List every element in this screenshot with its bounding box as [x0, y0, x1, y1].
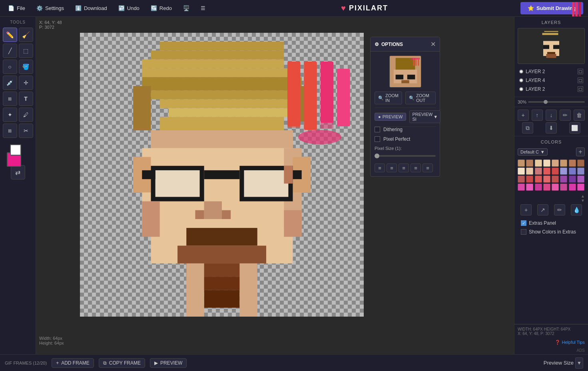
color-swatch-23[interactable] — [577, 176, 584, 183]
layer-visibility-dot-2[interactable] — [519, 87, 523, 91]
color-swatch-13[interactable] — [560, 168, 567, 175]
align-center-button[interactable]: ≡ — [387, 164, 397, 172]
preview-bottom-button[interactable]: ▶ PREVIEW — [150, 358, 187, 368]
canvas-wrapper[interactable] — [80, 33, 514, 354]
color-swatch-0[interactable] — [518, 160, 525, 167]
dither-tool[interactable]: ✦ — [3, 108, 17, 122]
selection-tool[interactable]: ⊞ — [3, 92, 17, 106]
layer-item-2[interactable]: LAYER 2 □ — [518, 85, 585, 94]
pixel-canvas[interactable] — [80, 33, 364, 317]
color-swatch-15[interactable] — [577, 168, 584, 175]
delete-layer-button[interactable]: 🗑 — [574, 110, 585, 121]
preview-size-button[interactable]: PREVIEW SI ▼ — [409, 110, 441, 123]
circle-tool[interactable]: ○ — [3, 60, 17, 74]
display-button[interactable]: 🖥️ — [178, 3, 194, 14]
color-swatch-21[interactable] — [560, 176, 567, 183]
color-swatch-1[interactable] — [526, 160, 533, 167]
crop-tool[interactable]: ✂ — [19, 124, 33, 138]
color-swatch-10[interactable] — [535, 168, 542, 175]
zoom-out-button[interactable]: 🔍 ZOOM OUT — [405, 92, 436, 104]
copy-frame-button[interactable]: ⧉ COPY FRAME — [99, 358, 145, 368]
zoom-in-button[interactable]: 🔍 ZOOM IN — [375, 92, 402, 104]
color-swatch-5[interactable] — [560, 160, 567, 167]
color-swatch-17[interactable] — [526, 176, 533, 183]
layer-visibility-dot-0[interactable] — [519, 70, 523, 74]
eyedropper-palette-button[interactable]: 💧 — [571, 204, 582, 215]
menu-button[interactable]: ☰ — [196, 3, 210, 14]
color-swatch-11[interactable] — [543, 168, 550, 175]
color-swatch-31[interactable] — [577, 184, 584, 191]
align-distributed-button[interactable]: ≡ — [423, 164, 433, 172]
move-layer-up-button[interactable]: ↑ — [532, 110, 543, 121]
color-swatch-19[interactable] — [543, 176, 550, 183]
spray-tool[interactable]: 🖊 — [19, 108, 33, 122]
preview-size-dropdown[interactable]: ▼ — [575, 357, 583, 369]
duplicate-layer-button[interactable]: ⧉ — [522, 122, 533, 134]
undo-button[interactable]: ↩️ Undo — [114, 3, 144, 14]
merge-layer-button[interactable]: ⬇ — [546, 122, 557, 134]
add-layer-button[interactable]: + — [518, 110, 529, 121]
pencil-tool[interactable]: ✏️ — [3, 28, 17, 42]
pixel-perfect-checkbox[interactable] — [375, 136, 380, 142]
text-tool[interactable]: T — [19, 92, 33, 106]
dithering-checkbox[interactable] — [375, 127, 380, 132]
layer-lock-2[interactable]: □ — [578, 86, 583, 92]
canvas-area[interactable]: X: 64, Y: 48 P: 3072 ⚙ OPTIONS ✕ — [36, 17, 514, 354]
layer-lock-0[interactable]: □ — [578, 69, 583, 74]
layer-item-1[interactable]: LAYER 4 □ — [518, 76, 585, 85]
swap-colors-btn[interactable]: ⇄ — [11, 165, 25, 180]
layer-visibility-dot-1[interactable] — [519, 78, 523, 82]
color-swatch-30[interactable] — [569, 184, 576, 191]
color-swatch-27[interactable] — [543, 184, 550, 191]
color-swatch-29[interactable] — [560, 184, 567, 191]
add-frame-button[interactable]: + ADD FRAME — [52, 358, 94, 368]
move-tool[interactable]: ✛ — [19, 76, 33, 90]
color-swatch-14[interactable] — [569, 168, 576, 175]
color-swatch-20[interactable] — [552, 176, 559, 183]
color-swatch-3[interactable] — [543, 160, 550, 167]
color-swatch-24[interactable] — [518, 184, 525, 191]
color-swatch-2[interactable] — [535, 160, 542, 167]
color-swatch-18[interactable] — [535, 176, 542, 183]
color-swatch-16[interactable] — [518, 176, 525, 183]
fill-tool[interactable]: 🪣 — [19, 60, 33, 74]
secondary-color[interactable] — [10, 144, 21, 156]
download-menu[interactable]: ⬇️ Download — [70, 3, 112, 14]
color-swatch-9[interactable] — [526, 168, 533, 175]
add-palette-button[interactable]: + — [520, 204, 532, 215]
color-swatch-8[interactable] — [518, 168, 525, 175]
pattern-tool[interactable]: ⊞ — [3, 124, 17, 138]
color-swatch-7[interactable] — [577, 160, 584, 167]
edit-palette-button[interactable]: ✏ — [554, 204, 565, 215]
color-swatch-26[interactable] — [535, 184, 542, 191]
eraser-tool[interactable]: 🧹 — [19, 28, 33, 42]
layer-item-0[interactable]: LAYER 2 □ — [518, 67, 585, 76]
color-swatch-12[interactable] — [552, 168, 559, 175]
layer-lock-1[interactable]: □ — [578, 78, 583, 83]
move-layer-down-button[interactable]: ↓ — [546, 110, 557, 121]
extras-panel-checkbox[interactable]: ✓ — [521, 220, 526, 226]
line-tool[interactable]: ╱ — [3, 44, 17, 58]
options-close-button[interactable]: ✕ — [431, 40, 436, 48]
add-color-button[interactable]: + — [576, 148, 585, 156]
color-swatch-6[interactable] — [569, 160, 576, 167]
color-swatch-25[interactable] — [526, 184, 533, 191]
redo-button[interactable]: ↪️ Redo — [146, 3, 177, 14]
flatten-layer-button[interactable]: ⬜ — [569, 122, 580, 134]
align-right-button[interactable]: ≡ — [399, 164, 409, 172]
color-swatch-4[interactable] — [552, 160, 559, 167]
file-menu[interactable]: 📄 File — [3, 3, 30, 14]
palette-dropdown[interactable]: Default C ▼ — [518, 148, 548, 156]
helpful-tips-link[interactable]: ❓ Helpful Tips — [514, 338, 588, 347]
color-swatch-22[interactable] — [569, 176, 576, 183]
preview-button[interactable]: ● PREVIEW — [375, 113, 406, 121]
zoom-slider[interactable] — [528, 101, 585, 103]
edit-layer-button[interactable]: ✏ — [560, 110, 571, 121]
pixel-size-slider[interactable] — [375, 155, 436, 157]
settings-menu[interactable]: ⚙️ Settings — [32, 3, 69, 14]
align-left-button[interactable]: ≡ — [375, 164, 385, 172]
align-justify-button[interactable]: ≡ — [411, 164, 421, 172]
color-swatch-28[interactable] — [552, 184, 559, 191]
eyedropper-tool[interactable]: 💉 — [3, 76, 17, 90]
export-palette-button[interactable]: ↗ — [537, 204, 548, 215]
